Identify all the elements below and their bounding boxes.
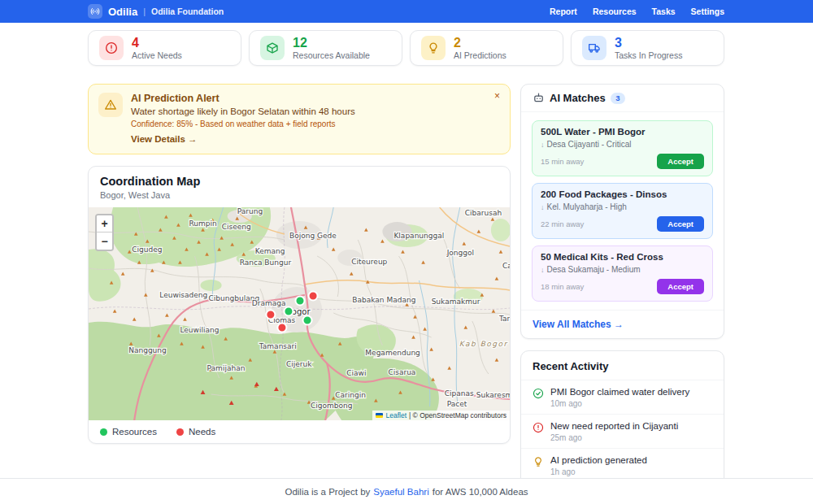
stat-value: 4 <box>132 36 182 50</box>
stat-value: 3 <box>615 36 682 50</box>
accept-button[interactable]: Accept <box>657 279 704 294</box>
brand-divider: | <box>143 7 146 16</box>
map-zoom-control: + − <box>95 214 114 251</box>
match-location: ↓Desa Sukamaju - Medium <box>541 265 704 274</box>
alert-message: Water shortage likely in Bogor Selatan w… <box>131 106 355 116</box>
map-label: Dramaga <box>252 299 286 307</box>
map-marker-resource[interactable] <box>284 307 293 316</box>
map-subtitle: Bogor, West Java <box>100 190 498 200</box>
map-label: Cisarua <box>388 368 415 376</box>
map-label: Bojong Gede <box>289 232 337 240</box>
accept-button[interactable]: Accept <box>657 154 704 169</box>
stat-value: 2 <box>454 36 506 50</box>
map-marker-need[interactable] <box>309 292 318 301</box>
map-label: Pacet <box>447 400 467 408</box>
match-title: 500L Water - PMI Bogor <box>541 127 704 137</box>
warning-triangle-icon <box>98 93 123 117</box>
match-eta: 22 min away <box>541 219 584 228</box>
activity-text: New need reported in Cijayanti <box>550 421 678 431</box>
alert-circle-icon <box>533 422 544 433</box>
down-arrow-icon: ↓ <box>541 203 545 211</box>
map-marker-need[interactable] <box>266 311 275 319</box>
map-label: Babakan Madang <box>352 296 415 304</box>
legend-label: Needs <box>189 427 215 437</box>
match-location: ↓Desa Cijayanti - Critical <box>541 140 704 149</box>
map-label: Caringin <box>335 391 366 399</box>
activity-text: AI prediction generated <box>550 455 647 465</box>
nav-link-report[interactable]: Report <box>550 7 577 16</box>
alert-title: AI Prediction Alert <box>131 93 355 104</box>
osm-attribution[interactable]: | © OpenStreetMap contributors <box>409 411 506 419</box>
stat-label: Tasks In Progress <box>615 50 682 60</box>
activity-time: 25m ago <box>550 433 678 442</box>
legend-label: Resources <box>112 427 157 437</box>
match-title: 200 Food Packages - Dinsos <box>541 189 704 199</box>
map-label: Ciawi <box>346 369 366 377</box>
map-label: Cipanas <box>445 389 474 398</box>
nav-link-settings[interactable]: Settings <box>691 7 724 16</box>
view-details-link[interactable]: View Details → <box>131 134 198 144</box>
view-all-matches-link[interactable]: View All Matches → <box>521 310 724 338</box>
map-label: Leuwisadeng <box>159 291 207 299</box>
map-label: Ciseeng <box>222 223 251 231</box>
map-title: Coordination Map <box>100 175 498 188</box>
stat-card-ai-predictions: 2 AI Predictions <box>410 30 563 66</box>
lightbulb-icon <box>533 456 544 467</box>
match-item-water: 500L Water - PMI Bogor ↓Desa Cijayanti -… <box>532 120 713 176</box>
down-arrow-icon: ↓ <box>541 141 545 149</box>
nav-link-resources[interactable]: Resources <box>593 7 637 16</box>
map-marker-resource[interactable] <box>303 316 312 325</box>
zoom-in-button[interactable]: + <box>97 215 112 232</box>
map-label: Pamijahan <box>207 364 246 372</box>
leaflet-link[interactable]: Leaflet <box>385 411 406 419</box>
down-arrow-icon: ↓ <box>541 266 545 274</box>
map-label: Cariu <box>502 262 510 270</box>
robot-icon <box>533 92 545 104</box>
legend-needs: Needs <box>176 427 215 437</box>
zoom-out-button[interactable]: − <box>97 232 112 250</box>
map-label: Cigombong <box>311 402 353 410</box>
match-eta: 15 min away <box>541 157 584 166</box>
map-label: Klapanunggal <box>393 232 444 240</box>
org-name: Odilia Foundation <box>151 7 224 16</box>
recent-activity-title: Recent Activity <box>521 351 724 380</box>
legend-resources: Resources <box>100 427 157 437</box>
check-circle-icon <box>533 388 544 399</box>
footer-text-post: for AWS 10,000 Aldeas <box>433 487 528 497</box>
author-link[interactable]: Syaeful Bahri <box>373 487 428 497</box>
alert-circle-icon <box>99 36 124 60</box>
footer-text-pre: Odilia is a Project by <box>285 487 370 497</box>
stat-card-resources-available: 12 Resources Available <box>249 30 402 66</box>
page-footer: Odilia is a Project by Syaeful Bahri for… <box>0 478 813 504</box>
accept-button[interactable]: Accept <box>657 216 704 232</box>
map-label: Tanjung <box>498 315 510 323</box>
match-location: ↓Kel. Mulyaharja - High <box>541 202 704 211</box>
alert-confidence: Confidence: 85% - Based on weather data … <box>131 119 355 128</box>
app-title: Odilia <box>108 6 137 18</box>
map-marker-resource[interactable] <box>295 297 304 306</box>
map-label: Jonggol <box>446 249 474 257</box>
activity-item: PMI Bogor claimed water delivery10m ago <box>521 380 724 415</box>
map-label: Cijeruk <box>286 360 312 368</box>
ai-matches-title: AI Matches <box>550 92 606 104</box>
nav-link-tasks[interactable]: Tasks <box>652 7 676 16</box>
map-marker-need[interactable] <box>277 324 286 332</box>
map-pane[interactable]: ParungRumpinCiseengBojong GedeKemangCigu… <box>89 207 510 420</box>
close-icon[interactable]: × <box>494 91 500 101</box>
match-title: 50 Medical Kits - Red Cross <box>541 252 704 262</box>
map-label: Sukaresmi <box>476 391 510 399</box>
activity-item: New need reported in Cijayanti25m ago <box>521 415 724 449</box>
map-label: Kemang <box>255 247 285 255</box>
map-label: Cibarusah <box>465 209 502 217</box>
map-label: Rumpin <box>189 219 216 228</box>
flag-icon <box>376 413 383 418</box>
match-eta: 18 min away <box>541 282 584 291</box>
brand-group: Odilia | Odilia Foundation <box>88 4 224 19</box>
map-label: Megamendung <box>365 349 420 357</box>
map-label: Kab Bogor <box>459 340 508 348</box>
broadcast-icon <box>88 4 102 19</box>
stat-label: AI Predictions <box>454 50 506 60</box>
stat-card-active-needs: 4 Active Needs <box>88 30 241 66</box>
match-list: 500L Water - PMI Bogor ↓Desa Cijayanti -… <box>521 112 724 310</box>
stat-label: Resources Available <box>293 50 370 60</box>
